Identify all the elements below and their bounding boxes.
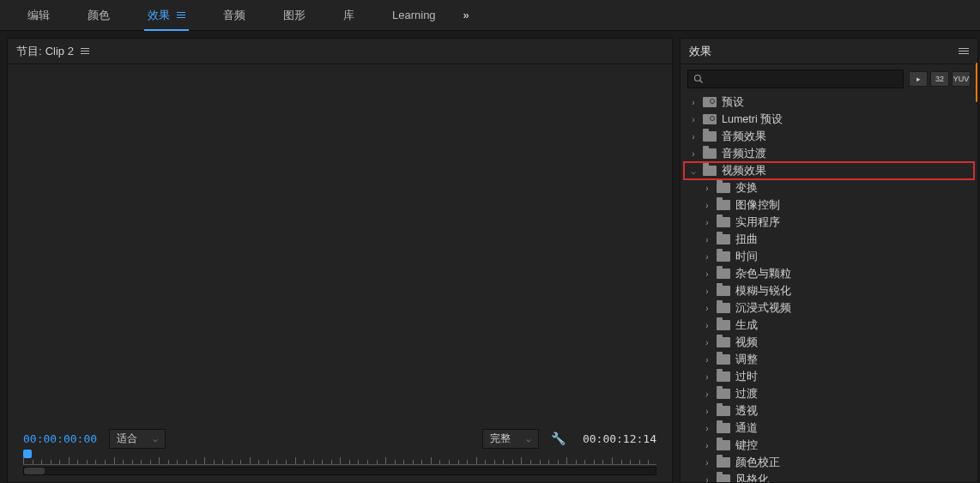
tree-item[interactable]: ›视频 (684, 334, 974, 351)
chevron-right-icon[interactable]: › (703, 218, 711, 227)
quality-label: 完整 (490, 432, 511, 446)
preset-icon (703, 114, 717, 124)
tree-item[interactable]: ›通道 (684, 420, 974, 437)
program-title-prefix: 节目: (16, 44, 42, 59)
chevron-right-icon[interactable]: › (703, 304, 711, 313)
chevron-right-icon[interactable]: › (703, 321, 711, 330)
tree-item[interactable]: ›杂色与颗粒 (684, 265, 974, 282)
chevron-right-icon[interactable]: › (703, 458, 711, 468)
tree-item[interactable]: ›扭曲 (684, 231, 974, 248)
program-panel-header[interactable]: 节目: Clip 2 (8, 39, 672, 64)
chevron-right-icon[interactable]: › (703, 235, 711, 245)
time-ruler[interactable] (23, 453, 656, 465)
search-field[interactable] (707, 73, 898, 85)
tree-item-label: 风格化 (735, 473, 769, 483)
tree-item[interactable]: ›键控 (684, 437, 974, 454)
chevron-right-icon[interactable]: › (703, 287, 711, 296)
chevron-right-icon[interactable]: › (703, 252, 711, 262)
fit-label: 适合 (117, 432, 137, 446)
effects-panel-header[interactable]: 效果 (681, 39, 977, 64)
chevron-down-icon[interactable]: ⌵ (689, 166, 698, 176)
tree-item[interactable]: ›音频过渡 (684, 145, 974, 162)
chevron-right-icon[interactable]: › (703, 475, 711, 483)
folder-icon (717, 286, 730, 296)
filter-chip-2[interactable]: YUV (952, 71, 971, 87)
tree-item-label: 视频 (735, 335, 758, 350)
filter-chip-1[interactable]: 32 (930, 71, 949, 87)
workspace-tab-learning[interactable]: Learning (373, 0, 455, 31)
tree-item[interactable]: ›时间 (684, 248, 974, 265)
program-clip-name: Clip 2 (45, 45, 74, 57)
tree-item-label: 音频效果 (722, 130, 766, 144)
chevron-right-icon[interactable]: › (689, 98, 698, 107)
panel-menu-icon[interactable] (959, 48, 969, 54)
chevron-right-icon[interactable]: › (703, 201, 711, 210)
program-monitor-column: 节目: Clip 2 00:00:00:00 适合 ⌵ 完整 ⌵ 🔧 0 (0, 31, 680, 483)
chevron-right-icon[interactable]: › (703, 407, 711, 416)
program-monitor-panel: 节目: Clip 2 00:00:00:00 适合 ⌵ 完整 ⌵ 🔧 0 (7, 38, 673, 483)
chevron-right-icon[interactable]: › (703, 372, 711, 382)
tree-item[interactable]: ›过时 (684, 368, 974, 385)
workspace-tab-图形[interactable]: 图形 (264, 0, 324, 31)
expand-tabs-button[interactable]: » (463, 9, 471, 21)
settings-wrench-icon[interactable]: 🔧 (551, 432, 566, 445)
tree-item[interactable]: ›沉浸式视频 (684, 299, 974, 317)
tree-item[interactable]: ›透视 (684, 402, 974, 420)
tree-item[interactable]: ›音频效果 (684, 128, 974, 145)
tree-item-label: 图像控制 (735, 198, 780, 213)
workspace-tab-库[interactable]: 库 (324, 0, 373, 31)
horizontal-scrollbar[interactable] (23, 467, 656, 475)
workspace-tabs: 编辑颜色效果音频图形库Learning» (0, 0, 980, 31)
tree-item[interactable]: ›实用程序 (684, 214, 974, 231)
tree-item[interactable]: ›Lumetri 预设 (684, 111, 974, 128)
chevron-right-icon[interactable]: › (703, 424, 711, 433)
panel-menu-icon[interactable] (81, 48, 89, 54)
chevron-right-icon[interactable]: › (703, 338, 711, 347)
preset-icon (703, 97, 717, 107)
preview-viewport[interactable] (8, 64, 672, 424)
scrollbar-thumb[interactable] (24, 468, 45, 474)
tree-item[interactable]: ›变换 (684, 179, 974, 196)
chevron-right-icon[interactable]: › (703, 355, 711, 365)
folder-icon (717, 474, 730, 482)
folder-icon (717, 354, 730, 365)
tree-item[interactable]: ›颜色校正 (684, 454, 974, 471)
effects-tree[interactable]: ›预设›Lumetri 预设›音频效果›音频过渡⌵视频效果›变换›图像控制›实用… (681, 94, 977, 482)
workspace-tab-效果[interactable]: 效果 (129, 0, 204, 31)
svg-point-0 (695, 75, 701, 82)
workspace-tab-颜色[interactable]: 颜色 (69, 0, 129, 31)
folder-icon (717, 303, 730, 313)
tree-item[interactable]: ›风格化 (684, 471, 974, 482)
effects-search-input[interactable] (687, 69, 904, 88)
folder-icon (717, 371, 730, 382)
current-timecode[interactable]: 00:00:00:00 (23, 432, 97, 445)
zoom-fit-dropdown[interactable]: 适合 ⌵ (109, 429, 166, 449)
chevron-right-icon[interactable]: › (689, 115, 698, 124)
tree-item[interactable]: ›图像控制 (684, 196, 974, 214)
folder-icon (717, 457, 730, 468)
chevron-right-icon[interactable]: › (703, 389, 711, 399)
resolution-dropdown[interactable]: 完整 ⌵ (482, 429, 539, 449)
chevron-right-icon[interactable]: › (689, 149, 698, 159)
svg-line-1 (700, 81, 703, 83)
tree-item[interactable]: ›过渡 (684, 385, 974, 402)
panel-edge-highlight (976, 63, 978, 102)
folder-icon (717, 440, 730, 450)
tree-item[interactable]: ›调整 (684, 351, 974, 368)
workspace-tab-音频[interactable]: 音频 (204, 0, 264, 31)
workspace-tab-编辑[interactable]: 编辑 (9, 0, 69, 31)
chevron-right-icon[interactable]: › (703, 441, 711, 450)
tree-item[interactable]: ›生成 (684, 317, 974, 334)
chevron-right-icon[interactable]: › (689, 132, 698, 142)
filter-chip-0[interactable]: ▸ (909, 71, 928, 87)
duration-timecode[interactable]: 00:00:12:14 (583, 432, 656, 445)
playhead-marker[interactable] (23, 450, 32, 458)
tree-item[interactable]: ›预设 (684, 94, 974, 111)
tree-item[interactable]: ›模糊与锐化 (684, 282, 974, 299)
playback-controls: 00:00:00:00 适合 ⌵ 完整 ⌵ 🔧 00:00:12:14 (8, 424, 672, 453)
tree-item[interactable]: ⌵视频效果 (684, 162, 974, 179)
tree-item-label: 透视 (735, 404, 758, 419)
chevron-right-icon[interactable]: › (703, 269, 711, 279)
program-timeline (8, 453, 672, 482)
chevron-right-icon[interactable]: › (703, 184, 711, 193)
